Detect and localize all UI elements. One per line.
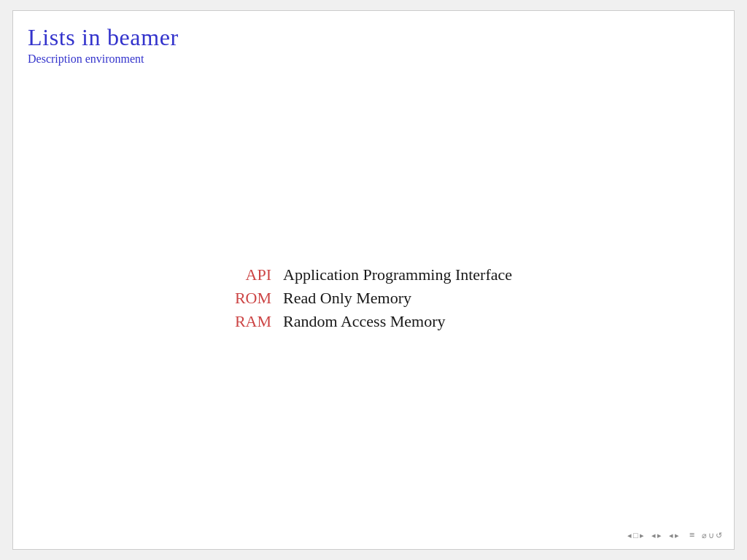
description-def-ram: Random Access Memory xyxy=(283,312,512,331)
nav-align-icon: ≡ xyxy=(689,529,694,541)
description-list: API Application Programming Interface RO… xyxy=(235,261,512,335)
nav-prev2-icon[interactable]: ◂ xyxy=(669,531,673,540)
slide-content: API Application Programming Interface RO… xyxy=(13,70,734,526)
nav-union-icon[interactable]: ∪ xyxy=(708,531,714,540)
nav-zoom-icon[interactable]: ⌀ xyxy=(702,531,707,540)
slide-title: Lists in beamer xyxy=(28,24,719,51)
description-term-ram: RAM xyxy=(235,312,283,331)
slide-footer: ◂ □ ▸ ◂ ▸ ◂ ▸ ≡ ⌀ ∪ ↺ xyxy=(13,526,734,549)
nav-next2-icon[interactable]: ▸ xyxy=(675,531,679,540)
nav-box-icon[interactable]: □ xyxy=(633,531,638,540)
list-item: API Application Programming Interface xyxy=(235,265,512,284)
slide: Lists in beamer Description environment … xyxy=(12,10,735,550)
description-term-rom: ROM xyxy=(235,289,283,308)
list-item: ROM Read Only Memory xyxy=(235,289,512,308)
nav-right-icon[interactable]: ▸ xyxy=(640,531,644,540)
nav-prev-icon[interactable]: ◂ xyxy=(651,531,656,540)
nav-refresh-icon[interactable]: ↺ xyxy=(716,531,722,540)
navigation-controls: ◂ □ ▸ ◂ ▸ ◂ ▸ ≡ ⌀ ∪ ↺ xyxy=(627,529,722,541)
slide-header: Lists in beamer Description environment xyxy=(13,11,734,70)
description-def-rom: Read Only Memory xyxy=(283,289,512,308)
slide-subtitle: Description environment xyxy=(28,52,719,66)
description-def-api: Application Programming Interface xyxy=(283,265,512,284)
nav-left-icon[interactable]: ◂ xyxy=(627,531,632,540)
description-term-api: API xyxy=(235,265,283,284)
nav-next-icon[interactable]: ▸ xyxy=(657,531,662,540)
list-item: RAM Random Access Memory xyxy=(235,312,512,331)
